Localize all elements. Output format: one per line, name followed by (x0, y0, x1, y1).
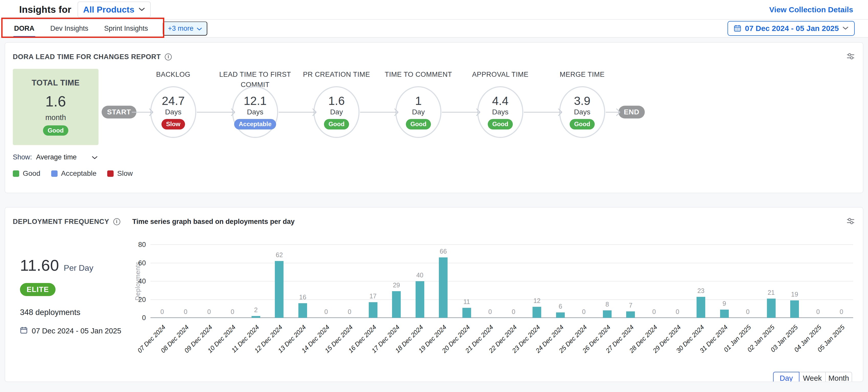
card-settings-icon[interactable] (846, 217, 855, 227)
x-axis-label: 31 Dec 2024 (682, 324, 729, 370)
bar-19-dec-2024[interactable] (439, 258, 447, 318)
x-axis-label: 21 Dec 2024 (448, 324, 495, 370)
bar-value-label: 0 (151, 308, 174, 315)
x-axis-label: 24 Dec 2024 (518, 324, 565, 370)
toggle-day[interactable]: Day (773, 372, 799, 382)
bar-18-dec-2024[interactable] (415, 281, 424, 318)
legend-label: Acceptable (61, 170, 97, 178)
bar-26-dec-2024[interactable] (603, 310, 612, 318)
x-axis-label: 17 Dec 2024 (354, 324, 401, 370)
deployment-stats: 11.60 Per Day ELITE 348 deployments 07 D… (13, 231, 125, 374)
stage-node-lead-time-to-first-commit: 12.1DaysAcceptable (232, 86, 278, 138)
chart-title: Time series graph based on deployments p… (132, 218, 294, 226)
x-axis-label: 27 Dec 2024 (589, 324, 636, 370)
bar-value-label: 0 (338, 308, 361, 315)
gridline (151, 281, 853, 281)
show-selector[interactable]: Show: Average time (13, 153, 98, 161)
x-axis-label: 15 Dec 2024 (307, 324, 354, 370)
bar-03-jan-2025[interactable] (790, 300, 799, 318)
stage-rating-badge: Good (488, 119, 513, 129)
stage-node-time-to-comment: 1DayGood (395, 86, 441, 138)
bar-value-label: 23 (689, 287, 712, 295)
bar-value-label: 0 (572, 308, 595, 315)
bar-02-jan-2025[interactable] (767, 299, 776, 318)
more-tabs-label: +3 more (168, 25, 193, 32)
x-axis-label: 07 Dec 2024 (120, 324, 167, 370)
calendar-icon (734, 24, 741, 33)
stage-node-pr-creation-time: 1.6DayGood (313, 86, 360, 138)
tabs: DORADev InsightsSprint Insights (14, 20, 148, 37)
bar-value-label: 40 (408, 271, 431, 279)
lead-time-flow: TOTAL TIME 1.6 month Good STARTENDBACKLO… (13, 66, 855, 149)
info-icon[interactable] (165, 54, 172, 60)
stage-label-backlog: BACKLOG (133, 69, 213, 80)
stage-value: 12.1 (244, 95, 267, 107)
gridline (151, 263, 853, 263)
info-icon[interactable] (113, 218, 120, 225)
tab-bar: DORADev InsightsSprint Insights +3 more … (0, 19, 868, 38)
flow-arrow (360, 112, 398, 113)
tab-sprint-insights[interactable]: Sprint Insights (104, 20, 148, 37)
bar-value-label: 17 (362, 293, 384, 300)
flow-arrow (606, 112, 620, 113)
x-axis-label: 10 Dec 2024 (190, 324, 237, 370)
stats-date-range: 07 Dec 2024 - 05 Jan 2025 (32, 327, 121, 335)
lead-time-report-title: DORA LEAD TIME FOR CHANGES REPORT (13, 53, 161, 61)
x-axis-label: 02 Jan 2025 (729, 324, 776, 370)
bar-20-dec-2024[interactable] (462, 308, 471, 318)
tab-dev-insights[interactable]: Dev Insights (51, 20, 89, 37)
product-selector[interactable]: All Products (78, 2, 151, 18)
stage-unit: Day (412, 108, 425, 116)
x-axis-label: 20 Dec 2024 (425, 324, 471, 370)
bar-27-dec-2024[interactable] (626, 311, 635, 318)
bar-31-dec-2024[interactable] (720, 310, 729, 318)
bar-12-dec-2024[interactable] (275, 261, 283, 318)
bar-30-dec-2024[interactable] (696, 297, 705, 318)
deployment-frequency-title: DEPLOYMENT FREQUENCY (13, 218, 109, 226)
card-settings-icon[interactable] (846, 52, 855, 62)
bar-value-label: 16 (291, 294, 314, 301)
legend-label: Good (23, 170, 40, 178)
flow-start-node: START (101, 106, 136, 118)
toggle-week[interactable]: Week (799, 372, 826, 382)
total-time-label: TOTAL TIME (32, 78, 80, 88)
bar-13-dec-2024[interactable] (299, 303, 307, 318)
x-axis-label: 25 Dec 2024 (541, 324, 588, 370)
bar-23-dec-2024[interactable] (532, 307, 541, 318)
x-axis-label: 30 Dec 2024 (659, 324, 706, 370)
bar-16-dec-2024[interactable] (369, 302, 377, 318)
deployments-total: 348 deployments (20, 308, 125, 317)
deployment-frequency-card: DEPLOYMENT FREQUENCY Time series graph b… (5, 207, 863, 382)
stage-value: 24.7 (162, 95, 185, 107)
bar-11-dec-2024[interactable] (252, 316, 260, 318)
total-time-unit: month (45, 113, 66, 122)
y-axis-tick: 60 (125, 259, 146, 267)
toggle-month[interactable]: Month (826, 372, 852, 382)
more-tabs-button[interactable]: +3 more (163, 22, 207, 36)
bar-24-dec-2024[interactable] (556, 312, 565, 318)
deployment-rate-unit: Per Day (64, 263, 93, 273)
legend-item-slow: Slow (107, 170, 133, 178)
bar-17-dec-2024[interactable] (392, 291, 401, 318)
bar-value-label: 66 (432, 248, 455, 255)
date-range-picker[interactable]: 07 Dec 2024 - 05 Jan 2025 (727, 21, 855, 36)
y-axis-tick: 0 (125, 314, 146, 322)
bar-value-label: 0 (197, 308, 221, 315)
bar-value-label: 0 (807, 308, 830, 315)
stage-rating-badge: Acceptable (234, 119, 276, 129)
view-collection-details-link[interactable]: View Collection Details (769, 5, 853, 14)
x-axis-label: 12 Dec 2024 (237, 324, 284, 370)
stage-value: 4.4 (492, 95, 508, 107)
x-axis-label: 16 Dec 2024 (331, 324, 378, 370)
x-axis-label: 28 Dec 2024 (612, 324, 659, 370)
bar-value-label: 19 (783, 291, 806, 298)
granularity-toggle: DayWeekMonth (773, 372, 852, 382)
bar-value-label: 62 (268, 251, 291, 259)
flow-arrow (279, 112, 316, 113)
stage-label-pr-creation-time: PR CREATION TIME (297, 69, 376, 80)
legend-swatch (107, 171, 114, 177)
stage-rating-badge: Slow (161, 119, 185, 129)
stage-unit: Day (330, 108, 343, 116)
tab-dora[interactable]: DORA (14, 20, 35, 37)
y-axis-tick: 80 (125, 241, 146, 249)
